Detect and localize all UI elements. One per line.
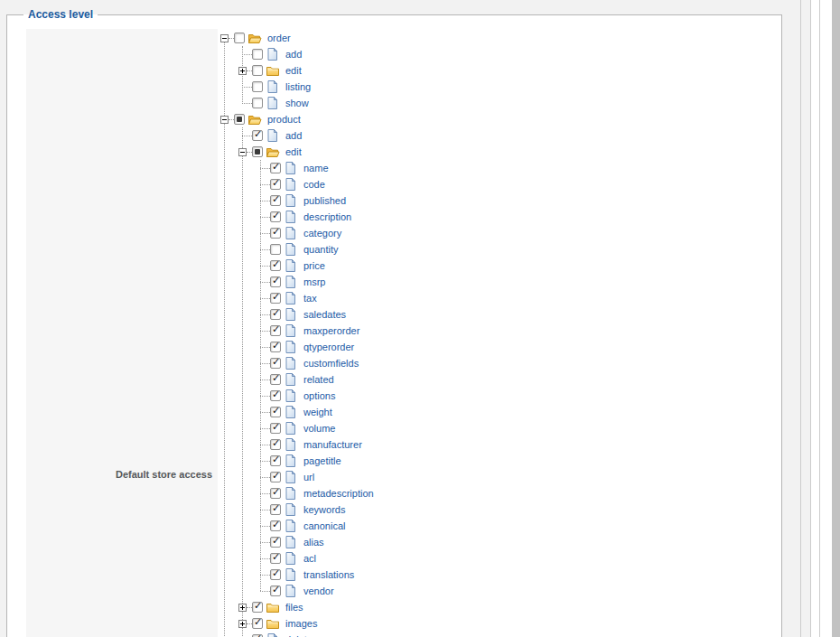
tree-node-label[interactable]: quantity xyxy=(303,244,339,255)
node-checkbox-checked[interactable] xyxy=(270,228,281,239)
tree-node-label[interactable]: name xyxy=(303,163,329,173)
tree-node-label[interactable]: saledates xyxy=(303,309,346,320)
tree-node-label[interactable]: translations xyxy=(303,569,354,580)
node-checkbox-indeterminate[interactable] xyxy=(252,146,263,157)
tree-node-label[interactable]: url xyxy=(303,472,314,482)
tree-row: files xyxy=(238,599,303,615)
tree-node-label[interactable]: volume xyxy=(303,423,335,434)
tree-connector-stub xyxy=(260,347,270,348)
node-checkbox-checked[interactable] xyxy=(270,309,281,320)
file-icon xyxy=(284,340,298,354)
tree-node-label[interactable]: qtyperorder xyxy=(303,342,354,352)
tree-connector-stub xyxy=(260,412,270,413)
tree-node-label[interactable]: keywords xyxy=(303,504,345,515)
scrollbar[interactable] xyxy=(832,0,840,637)
tree-node-label[interactable]: customfields xyxy=(303,358,359,369)
node-checkbox-checked[interactable] xyxy=(270,179,281,190)
tree-row: delete xyxy=(238,632,313,637)
node-checkbox-checked[interactable] xyxy=(270,455,281,466)
node-checkbox-checked[interactable] xyxy=(270,260,281,271)
file-icon xyxy=(284,242,298,257)
tree-node-label[interactable]: msrp xyxy=(303,276,325,287)
tree-row: add xyxy=(238,127,302,144)
tree-node-label[interactable]: description xyxy=(303,211,351,222)
file-icon xyxy=(284,356,298,370)
tree-node-label[interactable]: product xyxy=(267,114,301,125)
file-icon xyxy=(284,193,298,208)
tree-node-label[interactable]: price xyxy=(303,260,325,271)
node-checkbox-checked[interactable] xyxy=(270,553,281,564)
tree-row: show xyxy=(238,95,309,111)
tree-node-label[interactable]: add xyxy=(285,49,302,60)
tree-node-label[interactable]: order xyxy=(267,33,291,43)
node-checkbox-checked[interactable] xyxy=(270,325,281,336)
tree-node-label[interactable]: related xyxy=(303,374,334,385)
collapse-icon[interactable] xyxy=(220,116,229,124)
collapse-icon[interactable] xyxy=(220,34,229,42)
file-icon xyxy=(284,535,298,549)
node-checkbox-checked[interactable] xyxy=(252,602,263,613)
tree-node-label[interactable]: vendor xyxy=(303,585,334,596)
tree-node-label[interactable]: options xyxy=(303,390,335,401)
expand-icon[interactable] xyxy=(238,604,247,612)
tree-node-label[interactable]: maxperorder xyxy=(303,325,359,336)
node-checkbox-unchecked[interactable] xyxy=(252,98,263,108)
tree-node-label[interactable]: weight xyxy=(303,407,332,417)
tree-node-label[interactable]: category xyxy=(303,228,341,239)
expand-icon[interactable] xyxy=(238,620,247,628)
tree-node-label[interactable]: files xyxy=(285,602,303,613)
tree-row: images xyxy=(238,615,317,632)
node-checkbox-checked[interactable] xyxy=(270,472,281,482)
node-checkbox-checked[interactable] xyxy=(270,342,281,352)
tree-node-label[interactable]: listing xyxy=(285,81,311,92)
tree-node-label[interactable]: edit xyxy=(285,65,302,76)
node-checkbox-checked[interactable] xyxy=(270,358,281,369)
node-checkbox-checked[interactable] xyxy=(270,439,281,450)
file-icon xyxy=(284,519,298,533)
node-checkbox-unchecked[interactable] xyxy=(234,33,245,43)
tree-row: name xyxy=(257,160,329,176)
node-checkbox-checked[interactable] xyxy=(270,537,281,548)
tree-node-label[interactable]: metadescription xyxy=(303,488,374,499)
file-icon xyxy=(284,405,298,419)
node-checkbox-checked[interactable] xyxy=(270,163,281,173)
node-checkbox-checked[interactable] xyxy=(270,520,281,531)
tree-row: pagetitle xyxy=(257,453,341,469)
tree-node-label[interactable]: tax xyxy=(303,293,317,304)
tree-node-label[interactable]: code xyxy=(303,179,325,190)
tree-node-label[interactable]: acl xyxy=(303,553,316,564)
node-checkbox-unchecked[interactable] xyxy=(252,65,263,76)
collapse-icon[interactable] xyxy=(238,148,247,156)
node-checkbox-checked[interactable] xyxy=(270,423,281,434)
tree-node-label[interactable]: add xyxy=(285,130,302,141)
node-checkbox-indeterminate[interactable] xyxy=(234,114,245,125)
node-checkbox-checked[interactable] xyxy=(270,293,281,304)
node-checkbox-checked[interactable] xyxy=(252,130,263,141)
node-checkbox-unchecked[interactable] xyxy=(270,244,281,255)
node-checkbox-checked[interactable] xyxy=(270,211,281,222)
node-checkbox-checked[interactable] xyxy=(252,618,263,629)
tree-node-label[interactable]: canonical xyxy=(303,520,345,531)
tree-node-label[interactable]: alias xyxy=(303,537,324,548)
file-icon xyxy=(266,47,280,61)
node-checkbox-checked[interactable] xyxy=(270,276,281,287)
node-checkbox-checked[interactable] xyxy=(270,407,281,417)
node-checkbox-checked[interactable] xyxy=(270,390,281,401)
tree-row: price xyxy=(257,258,325,274)
tree-node-label[interactable]: show xyxy=(285,98,309,108)
node-checkbox-checked[interactable] xyxy=(270,504,281,515)
tree-node-label[interactable]: published xyxy=(303,195,346,206)
node-checkbox-checked[interactable] xyxy=(270,374,281,385)
node-checkbox-checked[interactable] xyxy=(270,585,281,596)
tree-node-label[interactable]: pagetitle xyxy=(303,455,341,466)
node-checkbox-checked[interactable] xyxy=(270,195,281,206)
tree-node-label[interactable]: images xyxy=(285,618,317,629)
node-checkbox-checked[interactable] xyxy=(270,569,281,580)
tree-node-label[interactable]: manufacturer xyxy=(303,439,362,450)
node-checkbox-checked[interactable] xyxy=(270,488,281,499)
expand-icon[interactable] xyxy=(238,67,247,75)
tree-node-label[interactable]: edit xyxy=(285,146,302,157)
node-checkbox-unchecked[interactable] xyxy=(252,81,263,92)
tree-connector-stub xyxy=(242,87,252,88)
node-checkbox-unchecked[interactable] xyxy=(252,49,263,60)
